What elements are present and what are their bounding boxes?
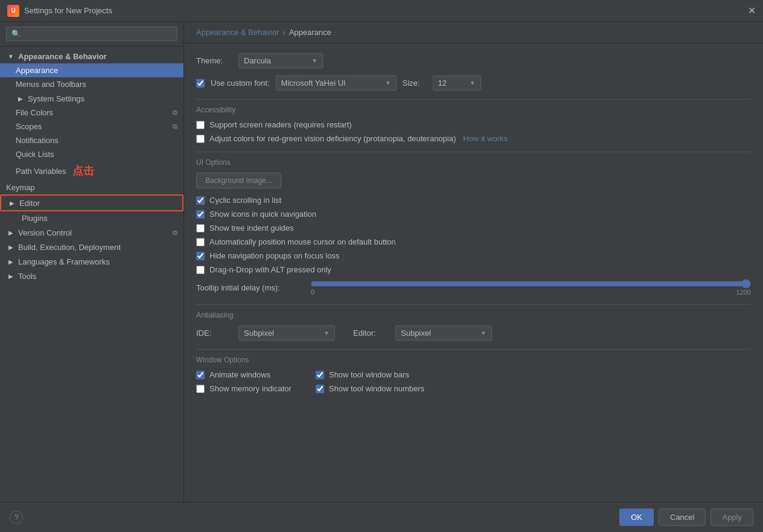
sidebar-item-label: Quick Lists [16,150,54,159]
sidebar-item-editor[interactable]: ▶ Editor [0,194,184,211]
background-image-button[interactable]: Background Image... [196,173,281,188]
sidebar-item-system-settings[interactable]: ▶ System Settings [0,91,184,106]
show-icons-checkbox[interactable] [196,210,205,219]
hide-nav-checkbox[interactable] [196,252,205,260]
show-tool-bars-label: Show tool window bars [329,370,409,379]
expand-arrow: ▶ [6,271,16,281]
size-value: 12 [438,79,447,88]
nav-tree: ▼ Appearance & Behavior Appearance Menus… [0,46,184,502]
antialiasing-row: IDE: Subpixel ▼ Editor: Subpixel ▼ [196,325,751,341]
cancel-button[interactable]: Cancel [659,508,706,526]
search-box [0,22,184,46]
dropdown-arrow-icon: ▼ [311,57,318,64]
drag-drop-checkbox[interactable] [196,266,205,274]
custom-font-label: Use custom font: [211,79,270,88]
annotation-text: 点击 [72,164,94,178]
cyclic-scrolling-checkbox[interactable] [196,196,205,205]
sidebar-item-label: Appearance [16,66,58,75]
sidebar-item-path-variables[interactable]: Path Variables 点击 [0,161,184,181]
sidebar-item-quick-lists[interactable]: Quick Lists [0,147,184,161]
custom-font-checkbox[interactable] [196,79,205,88]
sidebar-item-label: Keymap [6,183,35,192]
sidebar: ▼ Appearance & Behavior Appearance Menus… [0,22,184,502]
sidebar-item-appearance-behavior[interactable]: ▼ Appearance & Behavior [0,49,184,63]
expand-arrow: ▼ [6,51,16,61]
editor-antialiasing-value: Subpixel [401,328,431,338]
expand-arrow: ▶ [6,228,16,237]
ui-options-divider [196,152,751,152]
color-deficiency-label: Adjust colors for red-green vision defic… [209,134,456,143]
animate-windows-row: Animate windows [196,370,292,379]
auto-mouse-checkbox[interactable] [196,238,205,246]
close-button[interactable]: ✕ [748,5,756,16]
dropdown-arrow-icon: ▼ [480,330,487,336]
show-tool-bars-row: Show tool window bars [316,370,424,379]
hide-nav-label: Hide navigation popups on focus loss [209,251,339,260]
ide-label: IDE: [196,328,232,338]
dropdown-arrow-icon: ▼ [324,330,330,336]
sidebar-item-languages-frameworks[interactable]: ▶ Languages & Frameworks [0,254,184,269]
show-tool-numbers-row: Show tool window numbers [316,384,424,393]
content-area: Appearance & Behavior › Appearance Theme… [184,22,763,502]
auto-mouse-row: Automatically position mouse cursor on d… [196,237,751,246]
search-input[interactable] [6,27,177,41]
sidebar-item-label: Editor [19,199,40,208]
help-button[interactable]: ? [10,511,23,524]
action-buttons: OK Cancel Apply [619,508,753,526]
size-dropdown[interactable]: 12 ▼ [433,75,481,91]
dropdown-arrow-icon: ▼ [385,80,391,86]
auto-mouse-label: Automatically position mouse cursor on d… [209,237,396,246]
breadcrumb-parent[interactable]: Appearance & Behavior [196,28,279,37]
font-dropdown[interactable]: Microsoft YaHei UI ▼ [276,75,397,91]
sidebar-item-notifications[interactable]: Notifications [0,133,184,147]
sidebar-item-appearance[interactable]: Appearance [0,63,184,77]
show-icons-row: Show icons in quick navigation [196,210,751,219]
editor-label: Editor: [353,328,389,338]
drag-drop-row: Drag-n-Drop with ALT pressed only [196,265,751,274]
show-tool-numbers-checkbox[interactable] [316,385,324,393]
sidebar-item-plugins[interactable]: Plugins [0,211,184,225]
apply-button[interactable]: Apply [710,508,753,526]
sidebar-item-keymap[interactable]: Keymap [0,181,184,194]
sidebar-item-file-colors[interactable]: File Colors ⧉ [0,106,184,120]
show-tool-bars-checkbox[interactable] [316,371,324,379]
screen-readers-checkbox[interactable] [196,121,205,129]
tooltip-delay-slider[interactable] [311,279,751,289]
sidebar-item-label: Notifications [16,136,59,145]
animate-windows-checkbox[interactable] [196,371,205,379]
cyclic-scrolling-row: Cyclic scrolling in list [196,196,751,205]
sidebar-item-label: Plugins [22,214,48,223]
breadcrumb: Appearance & Behavior › Appearance [184,22,763,43]
sidebar-item-scopes[interactable]: Scopes ⧉ [0,120,184,133]
dropdown-arrow-icon: ▼ [470,80,476,86]
color-deficiency-checkbox[interactable] [196,135,205,143]
slider-min: 0 [311,289,314,296]
slider-track-container: 0 1200 [311,279,751,296]
expand-arrow: ▶ [6,242,16,252]
theme-row: Theme: Darcula ▼ [196,53,751,68]
theme-dropdown[interactable]: Darcula ▼ [238,53,323,68]
hide-nav-row: Hide navigation popups on focus loss [196,251,751,260]
sidebar-item-label: Scopes [16,122,42,131]
show-memory-label: Show memory indicator [209,384,292,393]
antialiasing-divider [196,304,751,305]
ide-antialiasing-dropdown[interactable]: Subpixel ▼ [238,325,335,341]
expand-arrow: ▶ [7,198,17,208]
sidebar-item-menus-toolbars[interactable]: Menus and Toolbars [0,77,184,91]
sidebar-item-tools[interactable]: ▶ Tools [0,269,184,283]
ok-button[interactable]: OK [619,508,654,526]
sidebar-item-label: System Settings [28,94,85,103]
color-deficiency-row: Adjust colors for red-green vision defic… [196,134,751,143]
sidebar-item-version-control[interactable]: ▶ Version Control ⧉ [0,225,184,240]
editor-antialiasing-dropdown[interactable]: Subpixel ▼ [395,325,492,341]
animate-windows-label: Animate windows [209,370,270,379]
show-tree-indent-checkbox[interactable] [196,224,205,232]
slider-max: 1200 [736,289,751,296]
how-it-works-link[interactable]: How it works [463,134,508,143]
sidebar-item-build-execution[interactable]: ▶ Build, Execution, Deployment [0,240,184,254]
show-memory-row: Show memory indicator [196,384,292,393]
custom-font-row: Use custom font: Microsoft YaHei UI ▼ Si… [196,75,751,91]
show-memory-checkbox[interactable] [196,385,205,393]
window-options-grid: Animate windows Show memory indicator Sh… [196,370,751,398]
breadcrumb-separator: › [283,28,285,37]
